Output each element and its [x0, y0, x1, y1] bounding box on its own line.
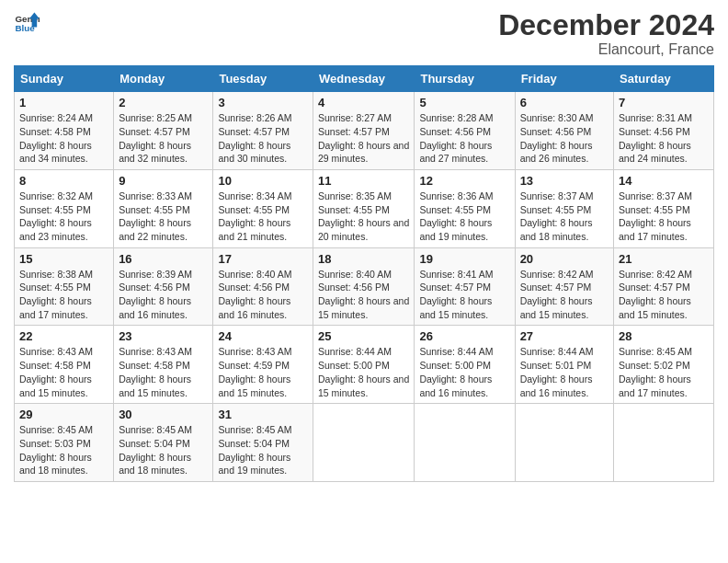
day-number: 30 — [119, 408, 208, 421]
calendar-cell: 8Sunrise: 8:32 AMSunset: 4:55 PMDaylight… — [15, 169, 114, 247]
day-number: 31 — [218, 408, 308, 421]
calendar-week-row: 29Sunrise: 8:45 AMSunset: 5:03 PMDayligh… — [15, 404, 714, 482]
day-info: Sunrise: 8:28 AMSunset: 4:56 PMDaylight:… — [419, 111, 509, 166]
day-number: 13 — [520, 174, 609, 188]
day-info: Sunrise: 8:41 AMSunset: 4:57 PMDaylight:… — [419, 268, 509, 322]
day-info: Sunrise: 8:43 AMSunset: 4:59 PMDaylight:… — [218, 345, 308, 399]
day-info: Sunrise: 8:44 AMSunset: 5:01 PMDaylight:… — [520, 345, 609, 399]
day-number: 14 — [619, 174, 709, 188]
day-info: Sunrise: 8:26 AMSunset: 4:57 PMDaylight:… — [218, 111, 308, 166]
day-info: Sunrise: 8:35 AMSunset: 4:55 PMDaylight:… — [318, 190, 409, 244]
calendar-header-monday: Monday — [114, 66, 213, 92]
calendar-header-tuesday: Tuesday — [213, 66, 313, 92]
day-info: Sunrise: 8:36 AMSunset: 4:55 PMDaylight:… — [419, 190, 509, 244]
day-info: Sunrise: 8:37 AMSunset: 4:55 PMDaylight:… — [619, 190, 709, 244]
day-info: Sunrise: 8:39 AMSunset: 4:56 PMDaylight:… — [119, 268, 208, 322]
calendar-cell: 25Sunrise: 8:44 AMSunset: 5:00 PMDayligh… — [313, 326, 415, 404]
day-info: Sunrise: 8:42 AMSunset: 4:57 PMDaylight:… — [619, 268, 709, 322]
calendar-cell: 24Sunrise: 8:43 AMSunset: 4:59 PMDayligh… — [213, 326, 313, 404]
day-info: Sunrise: 8:43 AMSunset: 4:58 PMDaylight:… — [19, 345, 108, 399]
calendar-cell: 16Sunrise: 8:39 AMSunset: 4:56 PMDayligh… — [114, 247, 213, 326]
day-info: Sunrise: 8:42 AMSunset: 4:57 PMDaylight:… — [520, 268, 609, 322]
calendar-cell: 5Sunrise: 8:28 AMSunset: 4:56 PMDaylight… — [415, 92, 515, 170]
day-number: 7 — [619, 96, 709, 109]
calendar-cell: 15Sunrise: 8:38 AMSunset: 4:55 PMDayligh… — [15, 247, 114, 326]
day-number: 3 — [218, 96, 308, 109]
day-info: Sunrise: 8:45 AMSunset: 5:04 PMDaylight:… — [119, 423, 208, 477]
day-number: 21 — [619, 252, 709, 266]
day-info: Sunrise: 8:33 AMSunset: 4:55 PMDaylight:… — [119, 190, 208, 244]
day-number: 25 — [318, 329, 409, 343]
calendar-cell: 7Sunrise: 8:31 AMSunset: 4:56 PMDaylight… — [614, 92, 714, 170]
day-info: Sunrise: 8:45 AMSunset: 5:03 PMDaylight:… — [19, 423, 108, 477]
day-number: 8 — [19, 174, 108, 188]
day-number: 19 — [419, 252, 509, 266]
calendar-cell: 4Sunrise: 8:27 AMSunset: 4:57 PMDaylight… — [313, 92, 415, 170]
calendar-header-friday: Friday — [515, 66, 613, 92]
calendar-cell — [614, 404, 714, 482]
calendar-cell — [415, 404, 515, 482]
day-info: Sunrise: 8:44 AMSunset: 5:00 PMDaylight:… — [318, 345, 409, 399]
calendar-header-thursday: Thursday — [415, 66, 515, 92]
day-info: Sunrise: 8:25 AMSunset: 4:57 PMDaylight:… — [119, 111, 208, 166]
calendar-cell: 9Sunrise: 8:33 AMSunset: 4:55 PMDaylight… — [114, 169, 213, 247]
calendar-cell: 21Sunrise: 8:42 AMSunset: 4:57 PMDayligh… — [614, 247, 714, 326]
day-number: 28 — [619, 329, 709, 343]
calendar-table: SundayMondayTuesdayWednesdayThursdayFrid… — [14, 65, 714, 482]
calendar-cell: 28Sunrise: 8:45 AMSunset: 5:02 PMDayligh… — [614, 326, 714, 404]
calendar-cell: 14Sunrise: 8:37 AMSunset: 4:55 PMDayligh… — [614, 169, 714, 247]
calendar-week-row: 1Sunrise: 8:24 AMSunset: 4:58 PMDaylight… — [15, 92, 714, 170]
day-info: Sunrise: 8:45 AMSunset: 5:04 PMDaylight:… — [218, 423, 308, 477]
day-number: 27 — [520, 329, 609, 343]
day-info: Sunrise: 8:43 AMSunset: 4:58 PMDaylight:… — [119, 345, 208, 399]
calendar-cell: 20Sunrise: 8:42 AMSunset: 4:57 PMDayligh… — [515, 247, 613, 326]
day-info: Sunrise: 8:40 AMSunset: 4:56 PMDaylight:… — [218, 268, 308, 322]
day-info: Sunrise: 8:34 AMSunset: 4:55 PMDaylight:… — [218, 190, 308, 244]
day-info: Sunrise: 8:44 AMSunset: 5:00 PMDaylight:… — [419, 345, 509, 399]
day-number: 9 — [119, 174, 208, 188]
month-year-title: December 2024 — [498, 9, 714, 41]
day-number: 29 — [19, 408, 108, 421]
calendar-week-row: 22Sunrise: 8:43 AMSunset: 4:58 PMDayligh… — [15, 326, 714, 404]
day-number: 15 — [19, 252, 108, 266]
header: General Blue December 2024 Elancourt, Fr… — [14, 9, 714, 58]
day-number: 22 — [19, 329, 108, 343]
day-number: 5 — [419, 96, 509, 109]
calendar-cell: 22Sunrise: 8:43 AMSunset: 4:58 PMDayligh… — [15, 326, 114, 404]
day-info: Sunrise: 8:38 AMSunset: 4:55 PMDaylight:… — [19, 268, 108, 322]
calendar-cell: 17Sunrise: 8:40 AMSunset: 4:56 PMDayligh… — [213, 247, 313, 326]
calendar-cell: 3Sunrise: 8:26 AMSunset: 4:57 PMDaylight… — [213, 92, 313, 170]
day-number: 10 — [218, 174, 308, 188]
day-info: Sunrise: 8:37 AMSunset: 4:55 PMDaylight:… — [520, 190, 609, 244]
title-area: December 2024 Elancourt, France — [498, 9, 714, 58]
calendar-cell: 31Sunrise: 8:45 AMSunset: 5:04 PMDayligh… — [213, 404, 313, 482]
calendar-cell: 30Sunrise: 8:45 AMSunset: 5:04 PMDayligh… — [114, 404, 213, 482]
calendar-cell: 12Sunrise: 8:36 AMSunset: 4:55 PMDayligh… — [415, 169, 515, 247]
day-number: 6 — [520, 96, 609, 109]
calendar-cell: 23Sunrise: 8:43 AMSunset: 4:58 PMDayligh… — [114, 326, 213, 404]
day-number: 17 — [218, 252, 308, 266]
day-info: Sunrise: 8:45 AMSunset: 5:02 PMDaylight:… — [619, 345, 709, 399]
calendar-cell: 18Sunrise: 8:40 AMSunset: 4:56 PMDayligh… — [313, 247, 415, 326]
calendar-cell: 10Sunrise: 8:34 AMSunset: 4:55 PMDayligh… — [213, 169, 313, 247]
day-number: 26 — [419, 329, 509, 343]
day-number: 18 — [318, 252, 409, 266]
logo: General Blue — [14, 9, 40, 35]
day-number: 16 — [119, 252, 208, 266]
location-subtitle: Elancourt, France — [498, 41, 714, 58]
day-info: Sunrise: 8:40 AMSunset: 4:56 PMDaylight:… — [318, 268, 409, 322]
calendar-header-saturday: Saturday — [614, 66, 714, 92]
calendar-cell: 2Sunrise: 8:25 AMSunset: 4:57 PMDaylight… — [114, 92, 213, 170]
day-number: 2 — [119, 96, 208, 109]
day-number: 4 — [318, 96, 409, 109]
day-info: Sunrise: 8:31 AMSunset: 4:56 PMDaylight:… — [619, 111, 709, 166]
day-number: 12 — [419, 174, 509, 188]
calendar-cell: 13Sunrise: 8:37 AMSunset: 4:55 PMDayligh… — [515, 169, 613, 247]
calendar-cell: 1Sunrise: 8:24 AMSunset: 4:58 PMDaylight… — [15, 92, 114, 170]
calendar-cell: 11Sunrise: 8:35 AMSunset: 4:55 PMDayligh… — [313, 169, 415, 247]
calendar-cell — [515, 404, 613, 482]
day-info: Sunrise: 8:32 AMSunset: 4:55 PMDaylight:… — [19, 190, 108, 244]
calendar-week-row: 15Sunrise: 8:38 AMSunset: 4:55 PMDayligh… — [15, 247, 714, 326]
day-number: 20 — [520, 252, 609, 266]
calendar-cell: 26Sunrise: 8:44 AMSunset: 5:00 PMDayligh… — [415, 326, 515, 404]
